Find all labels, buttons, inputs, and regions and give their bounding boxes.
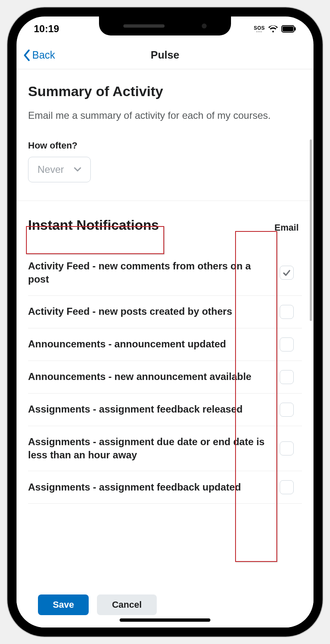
notification-row: Announcements - new announcement availab…	[28, 361, 302, 394]
status-time: 10:19	[34, 23, 59, 35]
email-checkbox[interactable]	[280, 305, 294, 319]
notification-row: Announcements - announcement updated	[28, 328, 302, 361]
notification-label: Assignments - assignment due date or end…	[28, 435, 273, 462]
svg-rect-2	[295, 27, 296, 31]
chevron-left-icon	[23, 49, 31, 61]
instant-notifications-heading: Instant Notifications	[28, 217, 159, 233]
notification-label: Activity Feed - new posts created by oth…	[28, 305, 273, 318]
chevron-down-icon	[74, 166, 81, 173]
notification-label: Announcements - new announcement availab…	[28, 370, 273, 383]
summary-heading: Summary of Activity	[28, 83, 302, 99]
notification-row: Assignments - assignment due date or end…	[28, 426, 302, 472]
cancel-button[interactable]: Cancel	[97, 594, 156, 615]
divider	[16, 201, 314, 201]
email-checkbox[interactable]	[280, 370, 294, 384]
cellular-sos: SOS ••••	[254, 25, 265, 33]
email-checkbox[interactable]	[280, 403, 294, 417]
notification-label: Assignments - assignment feedback releas…	[28, 403, 273, 416]
notification-row: Assignments - assignment feedback update…	[28, 471, 302, 504]
summary-description: Email me a summary of activity for each …	[28, 109, 302, 123]
content-scroll[interactable]: Summary of Activity Email me a summary o…	[16, 69, 314, 582]
notification-row: Assignments - assignment feedback releas…	[28, 394, 302, 426]
svg-rect-1	[283, 26, 293, 31]
front-camera	[202, 24, 207, 28]
how-often-label: How often?	[28, 140, 302, 151]
page-title: Pulse	[151, 49, 179, 61]
notification-row: Activity Feed - new comments from others…	[28, 250, 302, 296]
email-checkbox[interactable]	[280, 480, 294, 494]
home-indicator[interactable]	[120, 618, 210, 622]
speaker-slot	[123, 24, 165, 28]
frequency-value: Never	[38, 164, 64, 175]
back-button[interactable]: Back	[23, 41, 55, 69]
frequency-select[interactable]: Never	[28, 157, 91, 182]
email-checkbox[interactable]	[280, 441, 294, 455]
email-checkbox[interactable]	[280, 337, 294, 351]
scroll-indicator[interactable]	[310, 139, 312, 321]
email-column-header: Email	[271, 222, 302, 233]
nav-bar: Back Pulse	[16, 41, 314, 69]
battery-icon	[281, 25, 296, 33]
notification-label: Activity Feed - new comments from others…	[28, 259, 273, 286]
wifi-icon	[268, 25, 278, 33]
notification-row: Activity Feed - new posts created by oth…	[28, 296, 302, 328]
notch	[99, 17, 231, 35]
phone-frame: 10:19 SOS •••• Back Pu	[7, 7, 323, 637]
email-checkbox[interactable]	[280, 266, 294, 280]
phone-screen: 10:19 SOS •••• Back Pu	[16, 17, 314, 627]
notification-label: Announcements - announcement updated	[28, 337, 273, 351]
back-label: Back	[32, 49, 55, 61]
notification-label: Assignments - assignment feedback update…	[28, 481, 273, 494]
save-button[interactable]: Save	[38, 594, 89, 615]
